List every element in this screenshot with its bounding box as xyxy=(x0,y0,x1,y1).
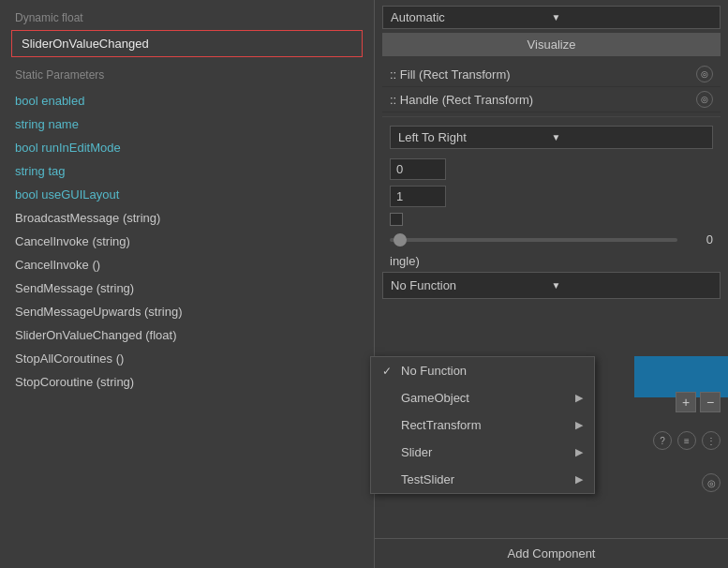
list-item[interactable]: string name xyxy=(0,112,374,136)
handle-target-icon[interactable]: ◎ xyxy=(696,91,713,108)
automatic-arrow-icon: ▼ xyxy=(552,12,713,22)
fill-row: :: Fill (Rect Transform) ◎ xyxy=(382,62,721,87)
add-component-bar[interactable]: Add Component xyxy=(375,538,728,568)
list-item[interactable]: CancelInvoke (string) xyxy=(0,230,374,253)
list-item[interactable]: SendMessageUpwards (string) xyxy=(0,300,374,323)
submenu-arrow-icon: ▶ xyxy=(575,473,583,486)
ltr-arrow-icon: ▼ xyxy=(552,132,706,142)
ingle-label: ingle) xyxy=(382,250,721,272)
bottom-target-icon[interactable]: ◎ xyxy=(702,473,721,492)
left-panel: Dynamic float SliderOnValueChanged Stati… xyxy=(0,0,375,568)
submenu-arrow-icon: ▶ xyxy=(575,419,583,431)
menu-item-no-function[interactable]: ✓ No Function xyxy=(371,357,594,384)
list-item[interactable]: CancelInvoke () xyxy=(0,253,374,277)
menu-item-label: No Function xyxy=(401,364,467,378)
slider-thumb[interactable] xyxy=(394,233,407,247)
list-item[interactable]: bool useGUILayout xyxy=(0,183,374,206)
value1-input[interactable] xyxy=(390,186,446,207)
no-function-label: No Function xyxy=(391,278,552,292)
submenu-arrow-icon: ▶ xyxy=(575,446,583,458)
list-item[interactable]: string tag xyxy=(0,159,374,183)
list-item[interactable]: StopAllCoroutines () xyxy=(0,347,374,370)
automatic-label: Automatic xyxy=(391,10,552,24)
list-item[interactable]: SendMessage (string) xyxy=(0,277,374,300)
fill-target-icon[interactable]: ◎ xyxy=(696,66,713,82)
left-to-right-label: Left To Right xyxy=(398,130,552,144)
value0-input[interactable] xyxy=(390,158,446,180)
no-function-menu: ✓ No Function GameObject ▶ RectTransform… xyxy=(370,356,595,494)
dynamic-float-label: Dynamic float xyxy=(0,7,374,30)
list-item[interactable]: SliderOnValueChanged (float) xyxy=(0,323,374,347)
menu-item-label: GameObject xyxy=(401,391,469,405)
settings-icon[interactable]: ≡ xyxy=(677,431,696,450)
slider-row: 0 xyxy=(382,229,721,250)
static-params-label: Static Parameters xyxy=(0,65,374,89)
no-function-arrow-icon: ▼ xyxy=(552,280,713,291)
question-icon[interactable]: ? xyxy=(653,431,672,450)
remove-button[interactable]: − xyxy=(700,392,721,412)
submenu-arrow-icon: ▶ xyxy=(575,392,583,404)
handle-label: :: Handle (Rect Transform) xyxy=(390,93,696,107)
left-to-right-row: Left To Right ▼ xyxy=(382,121,721,154)
bottom-icon-row: ◎ xyxy=(702,473,721,492)
value1-row xyxy=(382,183,721,210)
list-item[interactable]: bool enabled xyxy=(0,89,374,112)
left-to-right-dropdown[interactable]: Left To Right ▼ xyxy=(390,126,713,149)
list-item[interactable]: BroadcastMessage (string) xyxy=(0,206,374,230)
menu-item-testslider[interactable]: TestSlider ▶ xyxy=(371,466,594,493)
menu-item-label: TestSlider xyxy=(401,472,454,486)
add-button[interactable]: + xyxy=(676,392,696,412)
check-icon: ✓ xyxy=(382,365,401,378)
checkbox-row xyxy=(382,210,721,229)
menu-item-recttransform[interactable]: RectTransform ▶ xyxy=(371,411,594,439)
fill-label: :: Fill (Rect Transform) xyxy=(390,67,696,82)
handle-row: :: Handle (Rect Transform) ◎ xyxy=(382,87,721,112)
selected-item[interactable]: SliderOnValueChanged xyxy=(11,30,363,57)
menu-item-slider[interactable]: Slider ▶ xyxy=(371,439,594,466)
slider-value: 0 xyxy=(685,232,713,247)
value0-row xyxy=(382,156,721,183)
menu-item-label: RectTransform xyxy=(401,418,481,432)
no-function-dropdown[interactable]: No Function ▼ xyxy=(382,272,721,299)
right-top: Automatic ▼ Visualize :: Fill (Rect Tran… xyxy=(375,0,728,305)
menu-item-gameobject[interactable]: GameObject ▶ xyxy=(371,384,594,411)
dots-icon[interactable]: ⋮ xyxy=(702,431,721,450)
checkbox[interactable] xyxy=(390,213,403,226)
add-remove-row: + − xyxy=(676,392,721,412)
automatic-dropdown[interactable]: Automatic ▼ xyxy=(382,6,721,29)
divider xyxy=(382,116,721,117)
settings-row: ? ≡ ⋮ xyxy=(653,431,721,450)
slider-track xyxy=(390,238,677,242)
list-item[interactable]: bool runInEditMode xyxy=(0,136,374,159)
list-item[interactable]: StopCoroutine (string) xyxy=(0,370,374,394)
menu-item-label: Slider xyxy=(401,445,432,459)
visualize-button[interactable]: Visualize xyxy=(382,33,721,56)
